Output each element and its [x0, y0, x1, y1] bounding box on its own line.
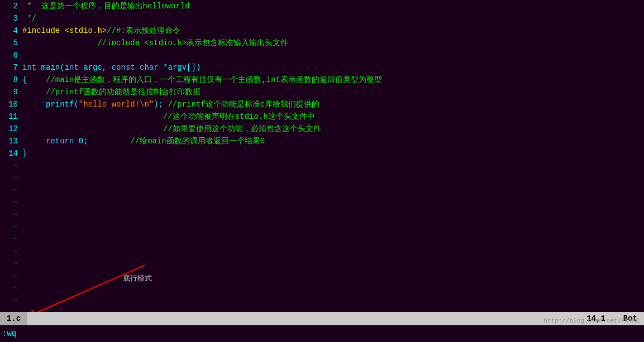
line-content-12: //如果要使用这个功能，必须包含这个头文件	[22, 123, 642, 135]
code-line-6: 6	[0, 49, 644, 61]
tilde-line-9: ~	[0, 258, 644, 270]
line-content-2: * 这是第一个程序，目的是输出helloworld	[22, 0, 642, 12]
line-content-10: printf("hello world!\n"); //printf这个功能是标…	[22, 98, 642, 110]
line-content-3: */	[22, 12, 642, 25]
tilde-line-12: ~	[0, 295, 644, 307]
tilde-line-3: ~	[0, 184, 644, 196]
annotation-label: 底行模式	[123, 273, 152, 283]
line-number-11: 11	[2, 110, 18, 123]
line-number-7: 7	[2, 61, 18, 74]
line-number-13: 13	[2, 135, 18, 147]
line-content-4: #include <stdio.h>//#:表示预处理命令	[22, 25, 642, 37]
code-line-7: 7 int main(int argc, const char *argv[])	[0, 61, 644, 74]
code-line-10: 10 printf("hello world!\n"); //printf这个功…	[0, 98, 644, 110]
tilde-line-8: ~	[0, 245, 644, 258]
command-line[interactable]: :wq	[0, 325, 644, 342]
line-number-10: 10	[2, 98, 18, 110]
tilde-line-4: ~	[0, 196, 644, 209]
line-content-14: }	[22, 147, 642, 160]
tilde-line-10: ~	[0, 270, 644, 282]
tilde-line-1: ~	[0, 160, 644, 172]
line-content-8: { //main是主函数，程序的入口，一个工程有且仅有一个主函数,int表示函数…	[22, 74, 642, 86]
code-line-2: 2 * 这是第一个程序，目的是输出helloworld	[0, 0, 644, 12]
line-content-5: //include <stdio.h>表示包含标准输入输出头文件	[22, 37, 642, 49]
code-line-5: 5 //include <stdio.h>表示包含标准输入输出头文件	[0, 37, 644, 49]
line-number-4: 4	[2, 25, 18, 37]
line-content-11: //这个功能被声明在stdio.h这个头文件中	[22, 110, 642, 123]
line-number-8: 8	[2, 74, 18, 86]
line-content-7: int main(int argc, const char *argv[])	[22, 61, 642, 74]
tilde-line-6: ~	[0, 221, 644, 233]
code-line-9: 9 //printf函数的功能就是往控制台打印数据	[0, 86, 644, 98]
line-content-9: //printf函数的功能就是往控制台打印数据	[22, 86, 642, 98]
line-number-5: 5	[2, 37, 18, 49]
code-line-13: 13 return 0; //给main函数的调用者返回一个结果0	[0, 135, 644, 147]
code-line-4: 4 #include <stdio.h>//#:表示预处理命令	[0, 25, 644, 37]
code-line-11: 11 //这个功能被声明在stdio.h这个头文件中	[0, 110, 644, 123]
code-line-12: 12 //如果要使用这个功能，必须包含这个头文件	[0, 123, 644, 135]
line-content-13: return 0; //给main函数的调用者返回一个结果0	[22, 135, 642, 147]
tilde-line-2: ~	[0, 172, 644, 184]
tilde-line-5: ~	[0, 209, 644, 221]
url-watermark: http://blog.csdn.net/FKYMC	[543, 317, 640, 324]
status-filename: 1.c	[0, 312, 27, 325]
line-number-14: 14	[2, 147, 18, 160]
code-line-3: 3 */	[0, 12, 644, 25]
line-number-2: 2	[2, 0, 18, 12]
editor-area: 2 * 这是第一个程序，目的是输出helloworld 3 */ 4 #incl…	[0, 0, 644, 310]
line-number-12: 12	[2, 123, 18, 135]
code-line-8: 8 { //main是主函数，程序的入口，一个工程有且仅有一个主函数,int表示…	[0, 74, 644, 86]
tilde-line-11: ~	[0, 282, 644, 295]
line-number-6: 6	[2, 49, 18, 61]
command-text: :wq	[2, 329, 16, 338]
tilde-line-7: ~	[0, 233, 644, 245]
line-number-9: 9	[2, 86, 18, 98]
line-number-3: 3	[2, 12, 18, 25]
tilde-line-13: ~	[0, 307, 644, 310]
code-line-14: 14 }	[0, 147, 644, 160]
